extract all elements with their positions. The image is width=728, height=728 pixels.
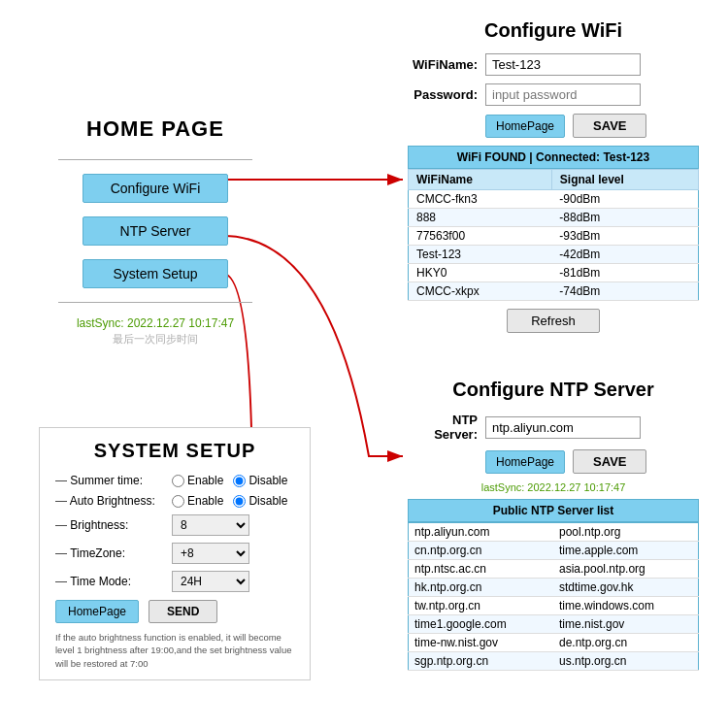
- wifi-table-cell: 888: [409, 209, 552, 227]
- wifi-table-row[interactable]: Test-123-42dBm: [409, 246, 699, 264]
- ntp-server-label: NTP Server:: [408, 413, 485, 442]
- wifi-table-cell: HKY0: [409, 264, 552, 282]
- wifi-found-header: WiFi FOUND | Connected: Test-123: [408, 146, 699, 169]
- auto-disable-radio[interactable]: [233, 495, 246, 508]
- last-sync-text: lastSync: 2022.12.27 10:17:47: [58, 316, 252, 330]
- auto-enable-radio[interactable]: [172, 495, 184, 508]
- summer-disable-radio[interactable]: [233, 475, 246, 487]
- auto-brightness-row: Auto Brightness: Enable Disable: [55, 494, 294, 508]
- wifi-table-row[interactable]: HKY0-81dBm: [409, 264, 699, 282]
- time-mode-row: Time Mode: 24H: [55, 571, 294, 592]
- home-title: HOME PAGE: [58, 116, 252, 142]
- home-divider: [58, 159, 252, 160]
- ntp-table-cell: cn.ntp.org.cn: [409, 542, 554, 560]
- ntp-table-cell: time.apple.com: [553, 542, 699, 560]
- ntp-table-cell: ntp.aliyun.com: [409, 523, 554, 542]
- ntp-table-row[interactable]: time1.google.comtime.nist.gov: [409, 615, 699, 634]
- system-btn-row: HomePage SEND: [55, 600, 294, 623]
- ntp-server-button[interactable]: NTP Server: [83, 216, 228, 246]
- ntp-save-button[interactable]: SAVE: [573, 449, 646, 474]
- auto-disable-label[interactable]: Disable: [233, 494, 287, 508]
- ntp-table-cell: sgp.ntp.org.cn: [409, 652, 554, 671]
- ntp-table-cell: de.ntp.org.cn: [553, 634, 699, 652]
- system-title: SYSTEM SETUP: [55, 440, 294, 462]
- summer-disable-label[interactable]: Disable: [233, 474, 287, 487]
- wifi-title: Configure WiFi: [408, 19, 699, 42]
- ntp-table-row[interactable]: time-nw.nist.govde.ntp.org.cn: [409, 634, 699, 652]
- ntp-table-cell: us.ntp.org.cn: [553, 652, 699, 671]
- ntp-table-row[interactable]: sgp.ntp.org.cnus.ntp.org.cn: [409, 652, 699, 671]
- wifi-table: WiFiName Signal level CMCC-fkn3-90dBm888…: [408, 169, 699, 301]
- wifi-save-button[interactable]: SAVE: [573, 114, 646, 138]
- wifi-table-row[interactable]: 77563f00-93dBm: [409, 227, 699, 246]
- ntp-table-row[interactable]: tw.ntp.org.cntime.windows.com: [409, 597, 699, 615]
- wifi-table-cell: CMCC-xkpx: [409, 282, 552, 301]
- password-input[interactable]: [485, 83, 641, 106]
- ntp-server-input[interactable]: [485, 416, 641, 439]
- wifi-table-cell: -42dBm: [551, 246, 698, 264]
- auto-brightness-label: Auto Brightness:: [55, 494, 172, 508]
- wifi-table-row[interactable]: CMCC-xkpx-74dBm: [409, 282, 699, 301]
- system-section: SYSTEM SETUP Summer time: Enable Disable…: [39, 427, 311, 680]
- home-section: HOME PAGE Configure WiFi NTP Server Syst…: [58, 116, 252, 347]
- wifi-table-cell: -74dBm: [551, 282, 698, 301]
- wifi-name-input[interactable]: [485, 53, 641, 76]
- wifi-col-name: WiFiName: [409, 170, 552, 190]
- ntp-homepage-button[interactable]: HomePage: [485, 450, 565, 474]
- summer-time-radios: Enable Disable: [172, 474, 287, 487]
- wifi-table-cell: -93dBm: [551, 227, 698, 246]
- system-homepage-button[interactable]: HomePage: [55, 600, 139, 623]
- time-mode-select[interactable]: 24H: [172, 571, 249, 592]
- brightness-select[interactable]: 8: [172, 514, 249, 536]
- ntp-table-row[interactable]: ntp.ntsc.ac.cnasia.pool.ntp.org: [409, 560, 699, 579]
- ntp-table-cell: hk.ntp.org.cn: [409, 579, 554, 597]
- wifi-btn-row: HomePage SAVE: [408, 114, 699, 138]
- auto-enable-label[interactable]: Enable: [172, 494, 223, 508]
- wifi-table-row[interactable]: 888-88dBm: [409, 209, 699, 227]
- time-mode-label: Time Mode:: [55, 575, 172, 588]
- refresh-row: Refresh: [408, 309, 699, 333]
- brightness-label: Brightness:: [55, 518, 172, 532]
- system-note: If the auto brightness function is enabl…: [55, 631, 294, 670]
- timezone-row: TimeZone: +8: [55, 543, 294, 564]
- timezone-label: TimeZone:: [55, 546, 172, 560]
- home-divider2: [58, 302, 252, 303]
- wifi-name-row: WiFiName:: [408, 53, 699, 76]
- wifi-homepage-button[interactable]: HomePage: [485, 115, 565, 138]
- configure-wifi-button[interactable]: Configure WiFi: [83, 174, 228, 203]
- ntp-table-cell: time-nw.nist.gov: [409, 634, 554, 652]
- wifi-table-row[interactable]: CMCC-fkn3-90dBm: [409, 190, 699, 209]
- summer-enable-label[interactable]: Enable: [172, 474, 223, 487]
- wifi-table-cell: -90dBm: [551, 190, 698, 209]
- ntp-table-cell: time.windows.com: [553, 597, 699, 615]
- wifi-table-cell: 77563f00: [409, 227, 552, 246]
- summer-time-label: Summer time:: [55, 474, 172, 487]
- wifi-table-cell: -88dBm: [551, 209, 698, 227]
- summer-time-row: Summer time: Enable Disable: [55, 474, 294, 487]
- timezone-select[interactable]: +8: [172, 543, 249, 564]
- ntp-table-cell: time.nist.gov: [553, 615, 699, 634]
- refresh-button[interactable]: Refresh: [507, 309, 600, 333]
- wifi-col-signal: Signal level: [551, 170, 698, 190]
- ntp-table-row[interactable]: ntp.aliyun.compool.ntp.org: [409, 523, 699, 542]
- ntp-table-cell: ntp.ntsc.ac.cn: [409, 560, 554, 579]
- ntp-server-row: NTP Server:: [408, 413, 699, 442]
- password-label: Password:: [408, 87, 485, 102]
- system-send-button[interactable]: SEND: [149, 600, 217, 623]
- ntp-table-row[interactable]: cn.ntp.org.cntime.apple.com: [409, 542, 699, 560]
- ntp-title: Configure NTP Server: [408, 379, 699, 401]
- ntp-table-row[interactable]: hk.ntp.org.cnstdtime.gov.hk: [409, 579, 699, 597]
- wifi-table-cell: CMCC-fkn3: [409, 190, 552, 209]
- ntp-btn-row: HomePage SAVE: [408, 449, 699, 474]
- ntp-sync-text: lastSync: 2022.12.27 10:17:47: [408, 481, 699, 493]
- ntp-table-cell: asia.pool.ntp.org: [553, 560, 699, 579]
- auto-brightness-radios: Enable Disable: [172, 494, 287, 508]
- ntp-table-cell: time1.google.com: [409, 615, 554, 634]
- summer-enable-radio[interactable]: [172, 475, 184, 487]
- ntp-table-cell: pool.ntp.org: [553, 523, 699, 542]
- brightness-row: Brightness: 8: [55, 514, 294, 536]
- ntp-list-header: Public NTP Server list: [408, 499, 699, 522]
- ntp-table: ntp.aliyun.compool.ntp.orgcn.ntp.org.cnt…: [408, 522, 699, 671]
- system-setup-button[interactable]: System Setup: [83, 259, 228, 288]
- password-row: Password:: [408, 83, 699, 106]
